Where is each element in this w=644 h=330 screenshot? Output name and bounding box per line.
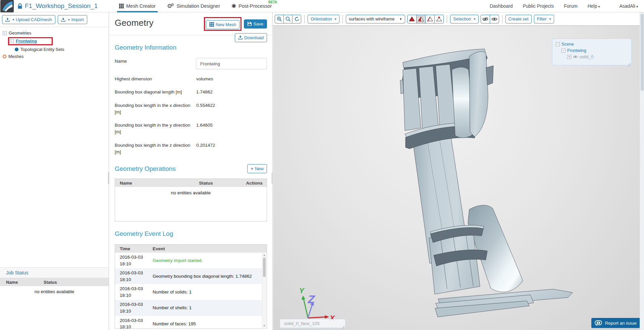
save-button[interactable]: Save — [244, 19, 267, 28]
tab-mesh-creator[interactable]: Mesh Creator — [116, 0, 159, 12]
render-mode-solid-wire-button[interactable] — [416, 15, 426, 23]
info-value: 0.201472 — [196, 142, 267, 149]
page-scrollbar[interactable] — [640, 12, 644, 330]
hovered-face-label: solid_0_face_105 — [280, 319, 345, 328]
info-row-length-y: Bounding box length in the y direction [… — [115, 122, 267, 136]
tab-label: Mesh Creator — [126, 3, 156, 9]
collapse-icon[interactable]: − — [10, 39, 14, 43]
nav-menu-user[interactable]: AsadAli▾ — [620, 3, 638, 9]
event-log-row: 2016-03-03 18:10Number of shells: 1 — [115, 300, 262, 316]
node-ring-icon — [3, 55, 6, 58]
axis-z-label: Z — [308, 293, 315, 306]
grid-icon — [119, 4, 124, 8]
event-log-row: 2016-03-03 18:10Number of solids: 1 — [115, 284, 262, 300]
viewport-canvas[interactable]: − Scene − Frontwing + solid_0 — [273, 26, 644, 330]
zoom-in-button[interactable] — [275, 15, 284, 23]
zoom-fit-icon — [285, 16, 291, 22]
viewport-toolbar: Orientation▾ surfaces with wireframe▼ — [273, 12, 644, 26]
eye-slash-icon — [482, 17, 488, 21]
tree-item-frontwing[interactable]: − Frontwing — [8, 37, 109, 45]
report-issue-button[interactable]: Report an issue — [591, 318, 641, 328]
upload-cad-button[interactable]: ▾ Upload CAD/mesh — [2, 15, 55, 24]
nav-link-dashboard[interactable]: Dashboard — [490, 3, 513, 9]
render-mode-solid-button[interactable] — [407, 15, 417, 23]
upload-icon — [5, 18, 10, 22]
panel-resize-grip[interactable] — [272, 173, 273, 184]
expand-icon[interactable]: + — [567, 55, 571, 59]
grid-icon — [209, 22, 214, 27]
caret-down-icon: ▾ — [474, 17, 476, 21]
refresh-icon — [294, 16, 300, 22]
collapse-icon[interactable]: − — [556, 42, 560, 46]
simscale-logo-icon[interactable] — [0, 0, 14, 12]
annotation-frontwing-box: − Frontwing — [8, 37, 53, 45]
lock-icon — [17, 3, 22, 9]
tree-item-meshes[interactable]: Meshes — [3, 54, 109, 59]
triangle-vertex-icon — [436, 16, 442, 21]
info-row-length-x: Bounding box length in the x direction [… — [115, 102, 267, 116]
plus-icon: + — [251, 166, 253, 171]
job-status-panel: Job Status Name Status no entities avail… — [0, 267, 109, 330]
tab-post-processor[interactable]: ✺ Post-Processor BETA — [228, 0, 275, 12]
caret-down-icon: ▾ — [549, 17, 551, 21]
job-status-empty: no entities available — [0, 286, 109, 294]
geometry-tree: − Geometries − Frontwing Topological Ent… — [0, 27, 109, 59]
triangle-outline-icon — [427, 16, 433, 21]
nav-menu-help[interactable]: Help▾ — [588, 3, 600, 9]
zoom-fit-button[interactable] — [283, 15, 292, 23]
toolbar-separator — [502, 15, 502, 23]
tree-item-geometries[interactable]: − Geometries — [3, 30, 109, 36]
scrollbar-thumb[interactable] — [263, 258, 266, 277]
render-mode-select[interactable]: surfaces with wireframe▼ — [346, 15, 405, 23]
download-button[interactable]: Download — [235, 33, 267, 42]
collapse-icon[interactable]: − — [3, 31, 7, 35]
render-mode-wireframe-button[interactable] — [425, 15, 435, 23]
new-operation-button[interactable]: +New — [247, 164, 267, 173]
event-log-table: Time Event 2016-03-03 18:10Geometry impo… — [115, 244, 267, 329]
scene-tree-frontwing[interactable]: − Frontwing — [561, 48, 629, 53]
selection-dropdown[interactable]: Selection▾ — [450, 15, 479, 23]
job-col-status: Status — [44, 280, 57, 285]
refresh-view-button[interactable] — [292, 15, 301, 23]
tab-simulation-designer[interactable]: ⚙⚙ Simulation Designer — [164, 0, 223, 12]
scroll-up-icon[interactable]: ▲ — [262, 254, 266, 257]
tree-item-topological-entity-sets[interactable]: Topological Entity Sets — [15, 47, 109, 52]
frontwing-link[interactable]: Frontwing — [16, 39, 37, 44]
event-log-row: 2016-03-03 18:10Geometry import started. — [115, 253, 262, 268]
geometry-name-input[interactable] — [196, 58, 267, 69]
render-mode-points-button[interactable] — [434, 15, 444, 23]
eye-icon — [491, 17, 497, 21]
new-mesh-button[interactable]: New Mesh — [206, 20, 239, 29]
info-row-highest-dimension: Highest dimensionvolumes — [115, 76, 267, 82]
frontwing-3d-model[interactable] — [369, 37, 584, 325]
scroll-down-icon[interactable]: ▼ — [262, 324, 266, 327]
tab-label: Simulation Designer — [176, 3, 220, 9]
gear-star-icon: ✺ — [231, 3, 236, 9]
event-log-row: 2016-03-03 18:10Geometry bounding box di… — [115, 268, 262, 284]
event-log-scrollbar[interactable]: ▲ ▼ — [262, 253, 266, 328]
nav-link-forum[interactable]: Forum — [564, 3, 577, 9]
collapse-icon[interactable]: − — [561, 49, 566, 53]
info-row-length-z: Bounding box length in the z direction [… — [115, 142, 267, 156]
show-selection-button[interactable] — [490, 15, 499, 23]
hide-selection-button[interactable] — [481, 15, 490, 23]
caret-down-icon: ▾ — [335, 17, 336, 21]
scene-tree-solid[interactable]: + solid_0 — [567, 54, 629, 59]
scene-tree-root[interactable]: − Scene — [556, 42, 629, 47]
scrollbar-thumb[interactable] — [641, 14, 644, 91]
scene-tree-resize-handle[interactable] — [627, 61, 631, 64]
top-navbar: F1_Workshop_Session_1 Mesh Creator ⚙⚙ Si… — [0, 0, 644, 12]
toolbar-separator — [304, 15, 305, 23]
filter-dropdown[interactable]: Filter▾ — [534, 15, 554, 23]
face-label-resize-handle[interactable] — [341, 324, 344, 327]
import-button[interactable]: ▾ Import — [58, 15, 87, 24]
nav-link-public-projects[interactable]: Public Projects — [523, 3, 554, 9]
select-arrow-icon: ▼ — [399, 17, 402, 21]
nav-right: Dashboard Public Projects Forum Help▾ As… — [490, 3, 644, 9]
visibility-eye-icon[interactable] — [573, 55, 578, 59]
caret-down-icon: ▾ — [12, 18, 14, 21]
import-icon — [61, 18, 65, 22]
info-value: 0.554622 — [196, 102, 267, 109]
orientation-dropdown[interactable]: Orientation▾ — [308, 15, 339, 23]
create-set-button[interactable]: Create set — [505, 15, 532, 23]
